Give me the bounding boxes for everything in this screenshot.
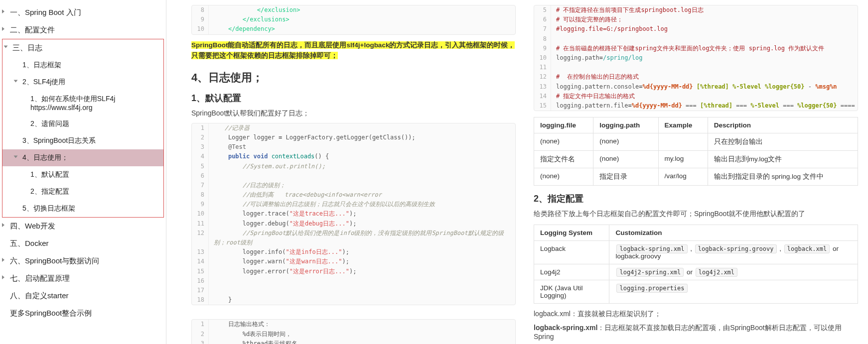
line-number: 7: [534, 24, 551, 34]
line-number: 14: [192, 257, 209, 266]
line-number: 8: [534, 34, 551, 44]
inline-code: logging.properties: [616, 284, 687, 293]
code-line: %d表示日期时间，: [209, 330, 515, 339]
toc-item[interactable]: 4、日志使用；: [2, 149, 163, 166]
toc-item[interactable]: 七、启动配置原理: [0, 270, 166, 287]
code-line: //System.out.println();: [209, 162, 515, 171]
table-cell: (none): [534, 133, 593, 151]
toc-item[interactable]: 1、默认配置: [2, 166, 163, 183]
code-line: # 不指定路径在当前项目下生成springboot.log日志: [551, 5, 858, 15]
table-cell: (none): [534, 168, 593, 186]
content-col-right: 5# 不指定路径在当前项目下生成springboot.log日志6# 可以指定完…: [529, 0, 868, 344]
line-number: 5: [534, 5, 551, 15]
line-number: 2: [192, 133, 209, 142]
code-line: #logging.file=G:/springboot.log: [551, 24, 858, 34]
toc-item-label: 七、启动配置原理: [10, 274, 70, 282]
table-cell: my.log: [658, 151, 708, 168]
line-number: 12: [192, 229, 209, 247]
toc-item-label: 更多SpringBoot整合示例: [10, 309, 92, 317]
table-cell: logging.properties: [609, 280, 858, 304]
inline-code: logback-spring.xml: [616, 244, 687, 253]
sub-heading-2: 2、指定配置: [534, 193, 858, 205]
toc-item-label: 五、Docker: [10, 239, 49, 247]
table-row: Logbacklogback-spring.xml , logback-spri…: [534, 241, 858, 264]
table-cell: (none): [593, 151, 658, 168]
line-number: 13: [534, 82, 551, 92]
toc-item[interactable]: 2、遗留问题: [2, 115, 163, 132]
code-line: </dependency>: [209, 24, 515, 34]
table-header: Description: [708, 117, 858, 133]
line-number: 15: [192, 267, 209, 276]
chevron-icon: [14, 156, 18, 158]
line-number: 1: [192, 123, 209, 133]
code-block-logger-java: 1 //记录器2 Logger logger = LoggerFactory.g…: [191, 123, 516, 306]
code-line: 日志输出格式：: [209, 320, 515, 329]
line-number: 18: [192, 295, 209, 305]
code-line: logger.debug("这是debug日志...");: [209, 219, 515, 229]
line-number: 10: [534, 53, 551, 63]
toc-item[interactable]: 更多SpringBoot整合示例: [0, 305, 166, 322]
inline-code: logback.xml: [784, 244, 830, 253]
toc-item-label: 1、如何在系统中使用SLF4j https://www.slf4j.org: [30, 95, 115, 112]
line-number: 10: [192, 24, 209, 34]
code-line: [551, 63, 858, 72]
code-line: logging.pattern.console=%d{yyyy-MM-dd} […: [551, 82, 858, 92]
line-number: 4: [192, 152, 209, 161]
line-number: 17: [192, 286, 209, 295]
table-row: (none)(none)只在控制台输出: [534, 133, 858, 151]
line-number: 6: [534, 15, 551, 24]
line-number: 13: [192, 247, 209, 257]
chevron-icon: [2, 27, 4, 31]
code-block-format-desc: 1 日志输出格式：2 %d表示日期时间，3 %thread表示线程名，4 %-5…: [191, 319, 516, 344]
code-line: //日志的级别；: [209, 181, 515, 190]
code-line: # 可以指定完整的路径；: [551, 15, 858, 24]
toc-item-label: 1、默认配置: [30, 170, 69, 178]
table-row: 指定文件名(none)my.log输出日志到my.log文件: [534, 151, 858, 168]
toc-item[interactable]: 2、指定配置: [2, 183, 163, 200]
table-header: Example: [658, 117, 708, 133]
line-number: 3: [192, 142, 209, 152]
toc-item-label: 4、日志使用；: [22, 153, 68, 161]
line-number: 1: [192, 320, 209, 329]
code-line: //记录器: [209, 123, 515, 133]
toc-item[interactable]: 5、切换日志框架: [2, 200, 163, 217]
toc-item[interactable]: 1、日志框架: [2, 57, 163, 74]
toc-item-label: 5、切换日志框架: [22, 204, 75, 212]
toc-item[interactable]: 3、SpringBoot日志关系: [2, 132, 163, 149]
code-block-properties: 5# 不指定路径在当前项目下生成springboot.log日志6# 可以指定完…: [534, 5, 858, 111]
table-logging-system: Logging SystemCustomizationLogbacklogbac…: [534, 225, 858, 304]
toc-item[interactable]: 三、日志: [2, 39, 163, 57]
toc-item[interactable]: 八、自定义starter: [0, 287, 166, 305]
line-number: 12: [534, 72, 551, 82]
highlight-summary: SpringBoot能自动适配所有的日志，而且底层使用slf4j+logback…: [191, 41, 515, 60]
table-cell: 指定目录: [593, 168, 658, 186]
code-line: [551, 34, 858, 44]
toc-item-label: 2、SLF4j使用: [22, 78, 65, 86]
sub-heading-1: 1、默认配置: [191, 92, 516, 104]
toc-item[interactable]: 五、Docker: [0, 235, 166, 252]
code-line: # 指定文件中日志输出的格式: [551, 92, 858, 101]
toc-item-label: 六、SpringBoot与数据访问: [10, 256, 99, 265]
paragraph-logback-xml: logback.xml：直接就被日志框架识别了；: [534, 310, 858, 319]
toc-item[interactable]: 四、Web开发: [0, 218, 166, 235]
table-cell: 只在控制台输出: [708, 133, 858, 151]
paragraph-default-config: SpringBoot默认帮我们配置好了日志；: [191, 109, 516, 118]
table-header: Customization: [609, 225, 858, 241]
toc-item[interactable]: 六、SpringBoot与数据访问: [0, 252, 166, 270]
paragraph-custom-config: 给类路径下放上每个日志框架自己的配置文件即可；SpringBoot就不使用他默认…: [534, 210, 858, 219]
toc-item-label: 四、Web开发: [10, 222, 55, 230]
toc-sidebar: 一、Spring Boot 入门二、配置文件三、日志1、日志框架2、SLF4j使…: [0, 0, 166, 344]
toc-item[interactable]: 二、配置文件: [0, 21, 166, 39]
table-cell: 输出到指定目录的 spring.log 文件中: [708, 168, 858, 186]
code-line: [209, 276, 515, 286]
code-line: # 在当前磁盘的根路径下创建spring文件夹和里面的log文件夹；使用 spr…: [551, 44, 858, 53]
line-number: 16: [192, 276, 209, 286]
code-line: logger.info("这是info日志...");: [209, 247, 515, 257]
code-line: logger.error("这是error日志...");: [209, 267, 515, 276]
toc-item[interactable]: 2、SLF4j使用: [2, 74, 163, 91]
toc-item[interactable]: 一、Spring Boot 入门: [0, 4, 166, 21]
toc-item-label: 2、遗留问题: [30, 119, 69, 127]
inline-code: log4j2-spring.xml: [616, 268, 684, 277]
toc-item[interactable]: 1、如何在系统中使用SLF4j https://www.slf4j.org: [2, 91, 163, 115]
code-line: logging.pattern.file=%d{yyyy-MM-dd} === …: [551, 101, 858, 111]
